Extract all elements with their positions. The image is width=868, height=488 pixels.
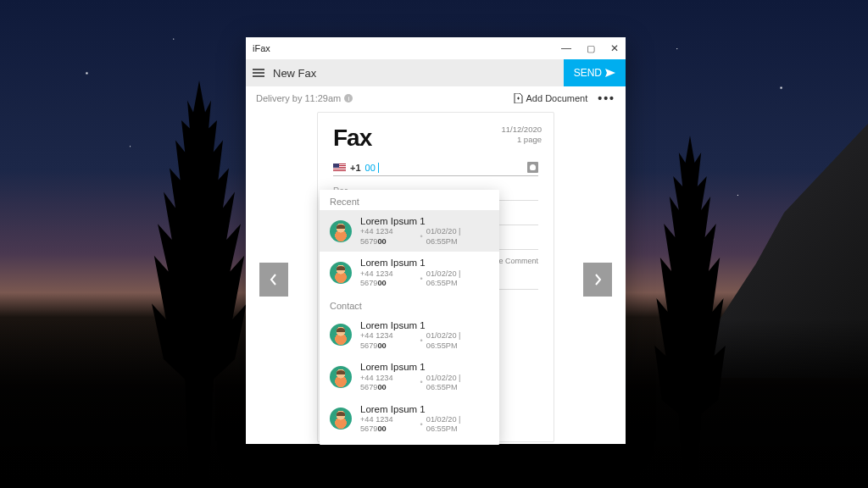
maximize-button[interactable]: ▢	[587, 43, 595, 54]
avatar-icon	[330, 408, 352, 430]
contact-detail: +44 1234 567900•01/02/20 | 06:55PM	[360, 374, 489, 393]
menu-icon[interactable]	[253, 69, 264, 77]
next-page-button[interactable]	[583, 263, 612, 297]
contact-detail: +44 1234 567900•01/02/20 | 06:55PM	[360, 331, 489, 351]
add-document-button[interactable]: Add Document	[514, 93, 588, 103]
phone-input[interactable]: 00	[365, 163, 527, 173]
fax-date: 11/12/2020	[501, 125, 542, 135]
fax-page-count: 1 page	[501, 135, 542, 145]
close-button[interactable]: ✕	[610, 42, 619, 54]
add-document-label: Add Document	[526, 93, 588, 103]
contact-name: Lorem Ipsum 1	[360, 257, 489, 269]
dropdown-item[interactable]: Lorem Ipsum 1+44 1234 567900•01/02/20 | …	[320, 210, 499, 252]
contact-detail: +44 1234 567900•01/02/20 | 06:55PM	[360, 269, 489, 289]
country-code: +1	[350, 163, 361, 173]
header: New Fax SEND	[246, 59, 626, 86]
minimize-button[interactable]: ―	[561, 42, 571, 54]
avatar-icon	[330, 366, 352, 388]
prev-page-button[interactable]	[259, 263, 288, 297]
contact-detail: +44 1234 567900•01/02/20 | 06:55PM	[360, 415, 489, 435]
flag-icon[interactable]	[333, 164, 346, 172]
avatar-icon	[330, 324, 352, 346]
contact-name: Lorem Ipsum 1	[360, 403, 489, 415]
dropdown-item[interactable]: Lorem Ipsum 1+44 1234 567900•01/02/20 | …	[320, 398, 499, 440]
info-icon[interactable]: i	[344, 94, 353, 103]
contact-name: Lorem Ipsum 1	[360, 361, 489, 373]
dropdown-item[interactable]: Lorem Ipsum 1+44 1234 567900•01/02/20 | …	[320, 356, 499, 397]
dropdown-section-label: Contact	[320, 294, 499, 314]
avatar-icon	[330, 220, 352, 242]
dropdown-section-label: Recent	[320, 190, 499, 210]
autocomplete-dropdown: RecentLorem Ipsum 1+44 1234 567900•01/02…	[320, 190, 499, 445]
more-icon[interactable]: •••	[598, 92, 615, 105]
dropdown-item[interactable]: Lorem Ipsum 1+44 1234 567900•01/02/20 | …	[320, 314, 499, 356]
avatar-icon	[330, 262, 352, 284]
dropdown-item[interactable]: Lorem Ipsum 1+44 1234 567900•01/02/20 | …	[320, 252, 499, 293]
titlebar: iFax ― ▢ ✕	[246, 37, 626, 59]
window-title: iFax	[253, 43, 270, 53]
contact-detail: +44 1234 567900•01/02/20 | 06:55PM	[360, 227, 489, 247]
page-title: New Fax	[273, 67, 316, 80]
document-icon	[514, 93, 523, 103]
comment-label: se Comment	[495, 257, 538, 265]
delivery-time: Delivery by 11:29am	[256, 93, 341, 103]
toolbar: Delivery by 11:29am i Add Document •••	[246, 86, 626, 110]
phone-input-row[interactable]: +1 00	[333, 162, 538, 176]
send-icon	[605, 69, 615, 77]
send-button-label: SEND	[574, 67, 602, 79]
app-window: iFax ― ▢ ✕ New Fax SEND Delivery by 11:2…	[246, 37, 626, 444]
contact-name: Lorem Ipsum 1	[360, 215, 489, 227]
address-book-icon[interactable]	[527, 162, 538, 173]
send-button[interactable]: SEND	[564, 59, 626, 86]
contact-name: Lorem Ipsum 1	[360, 319, 489, 331]
